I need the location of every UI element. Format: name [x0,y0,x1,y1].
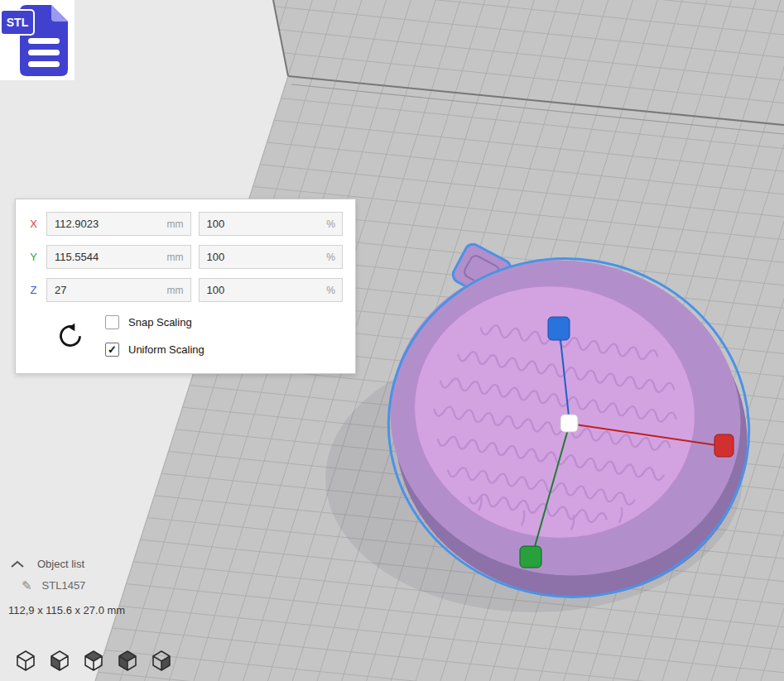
document-line [28,61,60,67]
scale-z-percent-field: % [199,278,344,302]
stl-badge-label: STL [7,16,29,29]
scale-x-percent-field: % [199,212,344,236]
document-line [28,38,60,44]
snap-scaling-checkbox[interactable]: Snap Scaling [105,315,204,329]
document-line [28,50,60,55]
object-list-item[interactable]: ✎ STL1457 [22,579,125,592]
edit-icon: ✎ [22,579,32,592]
scale-z-percent-input[interactable] [199,278,344,302]
uniform-scaling-label: Uniform Scaling [128,343,204,356]
scale-y-mm-input[interactable] [46,245,191,269]
view-3d-button[interactable] [13,647,40,674]
scale-x-percent-input[interactable] [199,212,344,236]
object-list-title: Object list [37,558,84,570]
gizmo-y-handle[interactable] [520,546,541,568]
view-top-icon [83,650,104,671]
uniform-scaling-checkbox[interactable]: Uniform Scaling [105,343,204,357]
axis-x-label: X [28,218,39,230]
model-dimensions-label: 112,9 x 115.6 x 27.0 mm [8,604,125,616]
scale-tool-panel: X mm % Y mm % Z mm [15,199,356,374]
scale-y-percent-field: % [199,245,344,269]
gizmo-center-handle[interactable] [560,415,578,432]
scale-z-mm-field: mm [46,278,191,302]
scale-y-mm-field: mm [46,245,191,269]
scale-row-x: X mm % [28,212,343,236]
object-list-header[interactable]: Object list [10,558,125,570]
scale-x-mm-field: mm [46,212,191,236]
view-front-button[interactable] [47,647,74,674]
object-name-label: STL1457 [42,579,86,592]
object-list-panel: Object list ✎ STL1457 112,9 x 115.6 x 27… [10,558,125,616]
scale-x-mm-input[interactable] [46,212,191,236]
application-window: STL X mm % Y mm % [0,0,784,681]
scale-options: Snap Scaling Uniform Scaling [28,315,343,357]
snap-scaling-label: Snap Scaling [128,316,192,329]
axis-y-label: Y [28,251,39,263]
chevron-up-icon [10,560,25,568]
stl-file-icon: STL [0,0,75,80]
view-3d-icon [15,650,36,671]
view-right-icon [151,650,172,671]
view-right-button[interactable] [149,647,176,674]
checkbox-box-unchecked [105,315,119,329]
view-front-icon [49,650,70,671]
scale-z-mm-input[interactable] [46,278,191,302]
view-top-button[interactable] [81,647,108,674]
axis-z-label: Z [28,284,39,296]
reset-scale-button[interactable] [57,323,84,349]
scale-row-z: Z mm % [28,278,343,302]
checkbox-box-checked [105,343,119,357]
view-left-icon [117,650,138,671]
gizmo-x-handle[interactable] [714,434,733,457]
reset-icon [57,323,84,349]
view-left-button[interactable] [115,647,142,674]
gizmo-z-handle[interactable] [548,317,570,340]
scale-row-y: Y mm % [28,245,343,269]
view-preset-toolbar [13,647,176,674]
scale-y-percent-input[interactable] [199,245,344,269]
